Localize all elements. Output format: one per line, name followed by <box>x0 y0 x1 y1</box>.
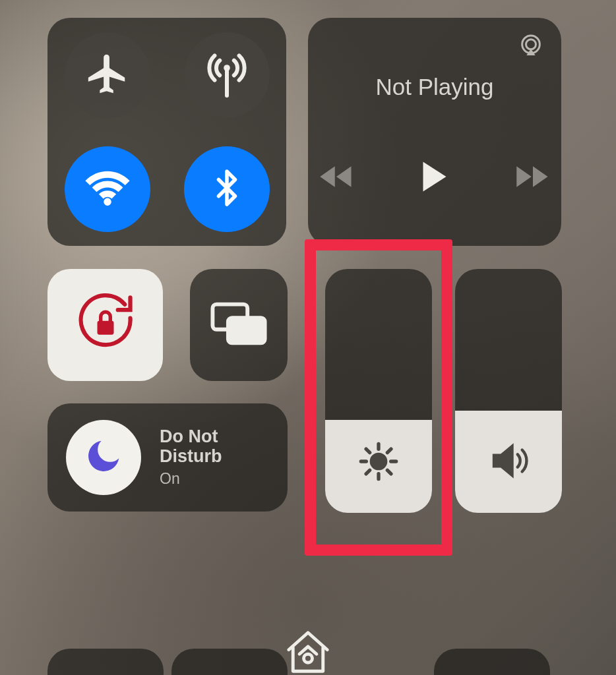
bluetooth-button[interactable] <box>184 146 270 232</box>
svg-point-16 <box>304 654 313 662</box>
focus-dnd-button[interactable]: Do Not Disturb On <box>47 403 288 512</box>
svg-line-12 <box>366 449 370 453</box>
fast-forward-button[interactable] <box>515 164 551 189</box>
sun-icon <box>357 440 400 485</box>
orientation-lock-button[interactable] <box>47 269 163 381</box>
volume-fill <box>455 411 562 513</box>
airplane-icon <box>84 51 131 100</box>
volume-slider[interactable] <box>455 269 562 513</box>
svg-rect-4 <box>97 321 113 335</box>
orientation-lock-icon <box>73 291 139 359</box>
home-button[interactable] <box>282 626 334 675</box>
media-panel: Not Playing <box>308 18 561 246</box>
brightness-fill <box>325 420 432 513</box>
media-status-label: Not Playing <box>308 74 561 100</box>
dnd-status: On <box>160 470 265 488</box>
svg-point-7 <box>371 454 385 468</box>
rewind-button[interactable] <box>319 164 354 189</box>
cellular-data-button[interactable] <box>184 32 270 118</box>
home-icon <box>282 668 334 675</box>
dnd-circle <box>66 420 141 495</box>
svg-line-14 <box>366 470 370 474</box>
dnd-title: Do Not Disturb <box>160 427 265 466</box>
brightness-slider[interactable] <box>325 269 432 513</box>
svg-point-1 <box>224 65 230 71</box>
play-button[interactable] <box>420 160 449 193</box>
wifi-icon <box>84 164 131 214</box>
wifi-button[interactable] <box>65 146 150 232</box>
connectivity-panel <box>47 18 286 246</box>
svg-point-3 <box>526 40 536 49</box>
svg-line-15 <box>387 449 391 453</box>
moon-icon <box>83 436 124 479</box>
bluetooth-icon <box>207 168 247 210</box>
media-transport <box>308 107 561 246</box>
bottom-tile-3[interactable] <box>434 649 550 675</box>
speaker-icon <box>487 439 530 485</box>
svg-line-13 <box>387 470 391 474</box>
screen-mirroring-icon <box>210 301 268 349</box>
svg-rect-6 <box>228 318 265 343</box>
bottom-tile-1[interactable] <box>47 649 164 675</box>
airplane-mode-button[interactable] <box>65 32 150 118</box>
screen-mirroring-button[interactable] <box>190 269 288 381</box>
cellular-antenna-icon <box>203 50 251 100</box>
dnd-text-block: Do Not Disturb On <box>160 427 265 488</box>
airplay-icon[interactable] <box>518 32 544 61</box>
bottom-tile-2[interactable] <box>171 649 288 675</box>
